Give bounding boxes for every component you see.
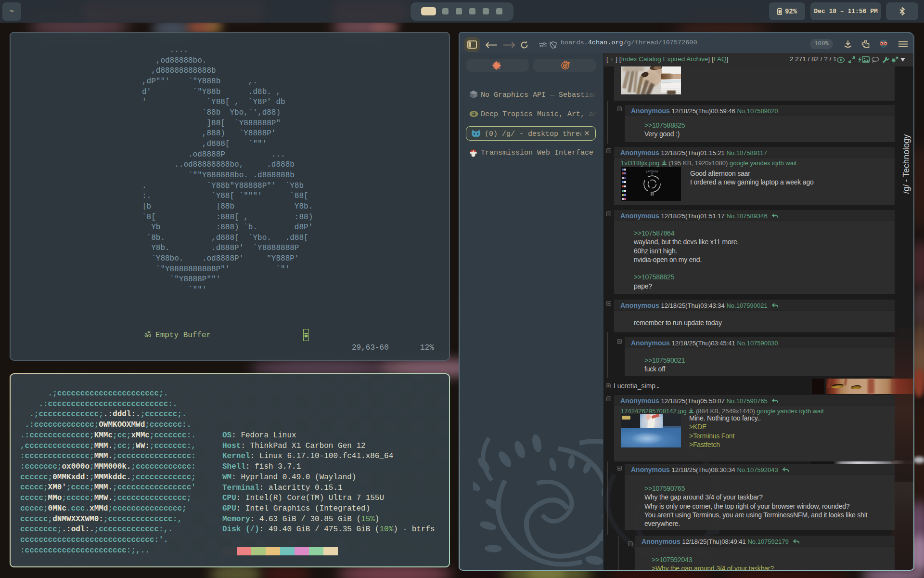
- svg-text:LA-TEVGA: LA-TEVGA: [646, 170, 658, 173]
